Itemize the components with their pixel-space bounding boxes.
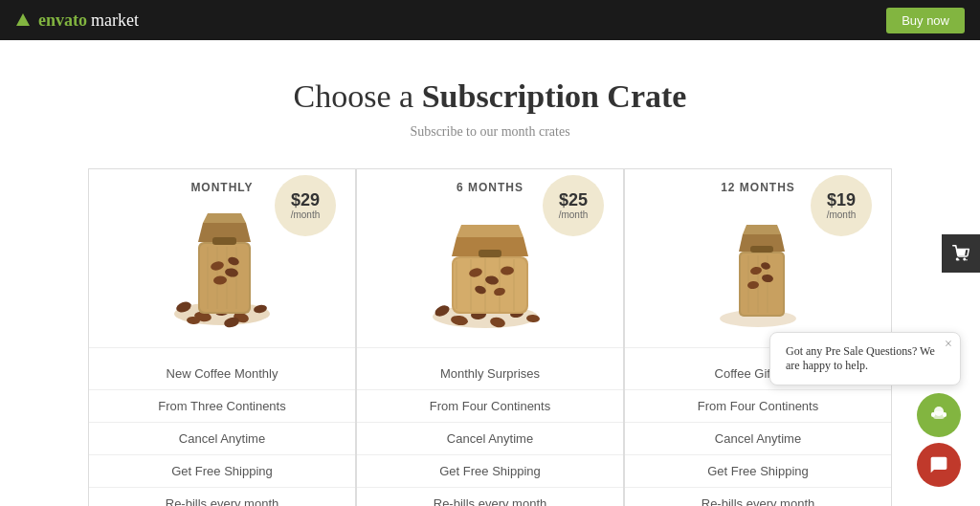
feature-monthly-1: From Three Continents (89, 390, 355, 423)
svg-marker-0 (16, 13, 30, 26)
buy-now-button[interactable]: Buy now (886, 8, 965, 33)
chat-support-icon[interactable] (917, 393, 961, 437)
page-title-bold: Subscription Crate (422, 78, 687, 114)
chat-close-button[interactable]: × (945, 337, 952, 352)
svg-rect-38 (479, 250, 501, 257)
price-period-6months: /month (559, 209, 589, 220)
page-title: Choose a Subscription Crate (19, 78, 961, 115)
cart-icon (952, 245, 969, 262)
page-title-light: Choose a (294, 78, 422, 114)
chat-widget: × Got any Pre Sale Questions? We are hap… (769, 332, 961, 487)
svg-rect-46 (741, 253, 783, 315)
svg-point-58 (966, 259, 968, 261)
svg-rect-61 (931, 412, 935, 417)
feature-6months-0: Monthly Surprises (357, 358, 623, 390)
chat-button-2[interactable] (917, 443, 961, 487)
chat-bubble-text: Got any Pre Sale Questions? We are happy… (786, 344, 935, 372)
coffee-bag-icon-6months (423, 204, 557, 338)
header: envatomarket Buy now (0, 0, 980, 40)
page-subtitle: Subscribe to our month crates (19, 124, 961, 140)
plan-card-6months: 6 MONTHS $25 /month (356, 168, 624, 506)
svg-rect-62 (943, 412, 947, 417)
price-badge-6months: $25 /month (543, 175, 604, 236)
price-period-monthly: /month (291, 209, 321, 220)
svg-rect-17 (212, 237, 236, 245)
price-amount-6months: $25 (559, 191, 588, 210)
feature-monthly-0: New Coffee Monthly (89, 358, 355, 390)
coffee-bag-icon-12months (691, 204, 825, 338)
feature-monthly-3: Get Free Shipping (89, 455, 355, 488)
plan-features-monthly: New Coffee Monthly From Three Continents… (89, 347, 355, 506)
chat-bubble: × Got any Pre Sale Questions? We are hap… (769, 332, 961, 385)
svg-marker-51 (743, 225, 781, 234)
feature-monthly-4: Re-bills every month (89, 488, 355, 506)
svg-marker-37 (457, 225, 523, 237)
feature-12months-4: Re-bills every month (625, 488, 891, 506)
plan-card-monthly: MONTHLY $29 /month (88, 168, 356, 506)
price-badge-12months: $19 /month (811, 175, 872, 236)
svg-marker-16 (203, 213, 246, 223)
price-amount-12months: $19 (827, 191, 856, 210)
cart-sidebar-button[interactable] (942, 234, 980, 273)
logo-market: market (91, 11, 139, 31)
logo-envato: envato (38, 11, 87, 31)
price-amount-monthly: $29 (291, 191, 320, 210)
site-logo: envatomarket (15, 11, 139, 31)
feature-6months-4: Re-bills every month (357, 488, 623, 506)
chat-icon-2 (929, 455, 948, 474)
feature-6months-3: Get Free Shipping (357, 455, 623, 488)
svg-rect-52 (750, 246, 773, 253)
price-badge-monthly: $29 /month (275, 175, 336, 236)
feature-6months-1: From Four Continents (357, 390, 623, 423)
svg-point-57 (958, 259, 960, 261)
plan-features-6months: Monthly Surprises From Four Continents C… (357, 347, 623, 506)
headset-icon (927, 404, 950, 427)
svg-rect-30 (454, 258, 526, 312)
feature-monthly-2: Cancel Anytime (89, 423, 355, 455)
feature-6months-2: Cancel Anytime (357, 423, 623, 455)
price-period-12months: /month (827, 209, 857, 220)
coffee-bag-icon-monthly (155, 204, 289, 338)
